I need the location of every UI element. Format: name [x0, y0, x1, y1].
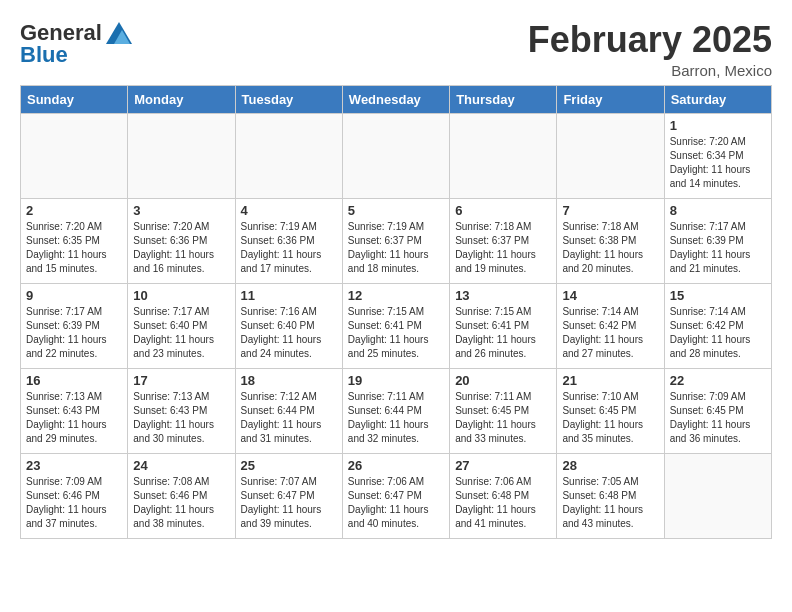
day-number: 9: [26, 288, 122, 303]
day-info: Sunrise: 7:17 AM Sunset: 6:39 PM Dayligh…: [26, 305, 122, 361]
day-info: Sunrise: 7:10 AM Sunset: 6:45 PM Dayligh…: [562, 390, 658, 446]
calendar-cell: 26Sunrise: 7:06 AM Sunset: 6:47 PM Dayli…: [342, 453, 449, 538]
day-info: Sunrise: 7:16 AM Sunset: 6:40 PM Dayligh…: [241, 305, 337, 361]
day-info: Sunrise: 7:05 AM Sunset: 6:48 PM Dayligh…: [562, 475, 658, 531]
day-number: 13: [455, 288, 551, 303]
calendar-cell: 21Sunrise: 7:10 AM Sunset: 6:45 PM Dayli…: [557, 368, 664, 453]
calendar-cell: [21, 113, 128, 198]
calendar-cell: 3Sunrise: 7:20 AM Sunset: 6:36 PM Daylig…: [128, 198, 235, 283]
week-row-3: 9Sunrise: 7:17 AM Sunset: 6:39 PM Daylig…: [21, 283, 772, 368]
weekday-header-friday: Friday: [557, 85, 664, 113]
calendar-cell: [342, 113, 449, 198]
calendar-cell: 2Sunrise: 7:20 AM Sunset: 6:35 PM Daylig…: [21, 198, 128, 283]
day-number: 12: [348, 288, 444, 303]
day-number: 28: [562, 458, 658, 473]
calendar-cell: 10Sunrise: 7:17 AM Sunset: 6:40 PM Dayli…: [128, 283, 235, 368]
day-info: Sunrise: 7:20 AM Sunset: 6:36 PM Dayligh…: [133, 220, 229, 276]
calendar-cell: 14Sunrise: 7:14 AM Sunset: 6:42 PM Dayli…: [557, 283, 664, 368]
weekday-header-saturday: Saturday: [664, 85, 771, 113]
day-number: 19: [348, 373, 444, 388]
day-info: Sunrise: 7:19 AM Sunset: 6:36 PM Dayligh…: [241, 220, 337, 276]
calendar-cell: 6Sunrise: 7:18 AM Sunset: 6:37 PM Daylig…: [450, 198, 557, 283]
calendar-cell: [128, 113, 235, 198]
calendar-cell: 15Sunrise: 7:14 AM Sunset: 6:42 PM Dayli…: [664, 283, 771, 368]
logo-icon: [104, 20, 134, 46]
day-number: 16: [26, 373, 122, 388]
calendar-cell: [235, 113, 342, 198]
weekday-header-sunday: Sunday: [21, 85, 128, 113]
location: Barron, Mexico: [528, 62, 772, 79]
weekday-header-thursday: Thursday: [450, 85, 557, 113]
day-number: 4: [241, 203, 337, 218]
day-number: 5: [348, 203, 444, 218]
day-number: 18: [241, 373, 337, 388]
calendar-cell: 27Sunrise: 7:06 AM Sunset: 6:48 PM Dayli…: [450, 453, 557, 538]
calendar-cell: 20Sunrise: 7:11 AM Sunset: 6:45 PM Dayli…: [450, 368, 557, 453]
calendar-cell: 4Sunrise: 7:19 AM Sunset: 6:36 PM Daylig…: [235, 198, 342, 283]
calendar-cell: [664, 453, 771, 538]
calendar-cell: 24Sunrise: 7:08 AM Sunset: 6:46 PM Dayli…: [128, 453, 235, 538]
day-number: 3: [133, 203, 229, 218]
day-info: Sunrise: 7:14 AM Sunset: 6:42 PM Dayligh…: [670, 305, 766, 361]
day-info: Sunrise: 7:17 AM Sunset: 6:39 PM Dayligh…: [670, 220, 766, 276]
calendar-cell: 16Sunrise: 7:13 AM Sunset: 6:43 PM Dayli…: [21, 368, 128, 453]
day-number: 22: [670, 373, 766, 388]
day-info: Sunrise: 7:13 AM Sunset: 6:43 PM Dayligh…: [26, 390, 122, 446]
weekday-header-row: SundayMondayTuesdayWednesdayThursdayFrid…: [21, 85, 772, 113]
weekday-header-tuesday: Tuesday: [235, 85, 342, 113]
day-info: Sunrise: 7:14 AM Sunset: 6:42 PM Dayligh…: [562, 305, 658, 361]
day-info: Sunrise: 7:07 AM Sunset: 6:47 PM Dayligh…: [241, 475, 337, 531]
day-number: 10: [133, 288, 229, 303]
calendar-cell: 17Sunrise: 7:13 AM Sunset: 6:43 PM Dayli…: [128, 368, 235, 453]
calendar-cell: 13Sunrise: 7:15 AM Sunset: 6:41 PM Dayli…: [450, 283, 557, 368]
calendar-table: SundayMondayTuesdayWednesdayThursdayFrid…: [20, 85, 772, 539]
day-number: 14: [562, 288, 658, 303]
day-number: 25: [241, 458, 337, 473]
day-number: 2: [26, 203, 122, 218]
day-number: 15: [670, 288, 766, 303]
calendar-cell: 25Sunrise: 7:07 AM Sunset: 6:47 PM Dayli…: [235, 453, 342, 538]
day-info: Sunrise: 7:06 AM Sunset: 6:47 PM Dayligh…: [348, 475, 444, 531]
day-info: Sunrise: 7:13 AM Sunset: 6:43 PM Dayligh…: [133, 390, 229, 446]
calendar-cell: [450, 113, 557, 198]
calendar-cell: 18Sunrise: 7:12 AM Sunset: 6:44 PM Dayli…: [235, 368, 342, 453]
calendar-cell: 28Sunrise: 7:05 AM Sunset: 6:48 PM Dayli…: [557, 453, 664, 538]
week-row-1: 1Sunrise: 7:20 AM Sunset: 6:34 PM Daylig…: [21, 113, 772, 198]
calendar-cell: 11Sunrise: 7:16 AM Sunset: 6:40 PM Dayli…: [235, 283, 342, 368]
day-info: Sunrise: 7:19 AM Sunset: 6:37 PM Dayligh…: [348, 220, 444, 276]
calendar-cell: 5Sunrise: 7:19 AM Sunset: 6:37 PM Daylig…: [342, 198, 449, 283]
day-info: Sunrise: 7:12 AM Sunset: 6:44 PM Dayligh…: [241, 390, 337, 446]
weekday-header-monday: Monday: [128, 85, 235, 113]
day-number: 24: [133, 458, 229, 473]
day-info: Sunrise: 7:09 AM Sunset: 6:45 PM Dayligh…: [670, 390, 766, 446]
day-info: Sunrise: 7:08 AM Sunset: 6:46 PM Dayligh…: [133, 475, 229, 531]
week-row-4: 16Sunrise: 7:13 AM Sunset: 6:43 PM Dayli…: [21, 368, 772, 453]
page-header: General Blue February 2025 Barron, Mexic…: [20, 20, 772, 79]
calendar-cell: 22Sunrise: 7:09 AM Sunset: 6:45 PM Dayli…: [664, 368, 771, 453]
day-info: Sunrise: 7:09 AM Sunset: 6:46 PM Dayligh…: [26, 475, 122, 531]
weekday-header-wednesday: Wednesday: [342, 85, 449, 113]
calendar-cell: 19Sunrise: 7:11 AM Sunset: 6:44 PM Dayli…: [342, 368, 449, 453]
day-number: 6: [455, 203, 551, 218]
day-number: 17: [133, 373, 229, 388]
logo: General Blue: [20, 20, 134, 68]
day-info: Sunrise: 7:11 AM Sunset: 6:45 PM Dayligh…: [455, 390, 551, 446]
day-info: Sunrise: 7:15 AM Sunset: 6:41 PM Dayligh…: [455, 305, 551, 361]
calendar-cell: [557, 113, 664, 198]
calendar-cell: 23Sunrise: 7:09 AM Sunset: 6:46 PM Dayli…: [21, 453, 128, 538]
day-info: Sunrise: 7:17 AM Sunset: 6:40 PM Dayligh…: [133, 305, 229, 361]
title-block: February 2025 Barron, Mexico: [528, 20, 772, 79]
day-info: Sunrise: 7:06 AM Sunset: 6:48 PM Dayligh…: [455, 475, 551, 531]
day-info: Sunrise: 7:20 AM Sunset: 6:34 PM Dayligh…: [670, 135, 766, 191]
day-info: Sunrise: 7:11 AM Sunset: 6:44 PM Dayligh…: [348, 390, 444, 446]
calendar-cell: 12Sunrise: 7:15 AM Sunset: 6:41 PM Dayli…: [342, 283, 449, 368]
day-info: Sunrise: 7:18 AM Sunset: 6:38 PM Dayligh…: [562, 220, 658, 276]
day-number: 21: [562, 373, 658, 388]
week-row-5: 23Sunrise: 7:09 AM Sunset: 6:46 PM Dayli…: [21, 453, 772, 538]
day-info: Sunrise: 7:15 AM Sunset: 6:41 PM Dayligh…: [348, 305, 444, 361]
day-number: 23: [26, 458, 122, 473]
day-number: 26: [348, 458, 444, 473]
day-number: 27: [455, 458, 551, 473]
day-number: 8: [670, 203, 766, 218]
day-number: 11: [241, 288, 337, 303]
